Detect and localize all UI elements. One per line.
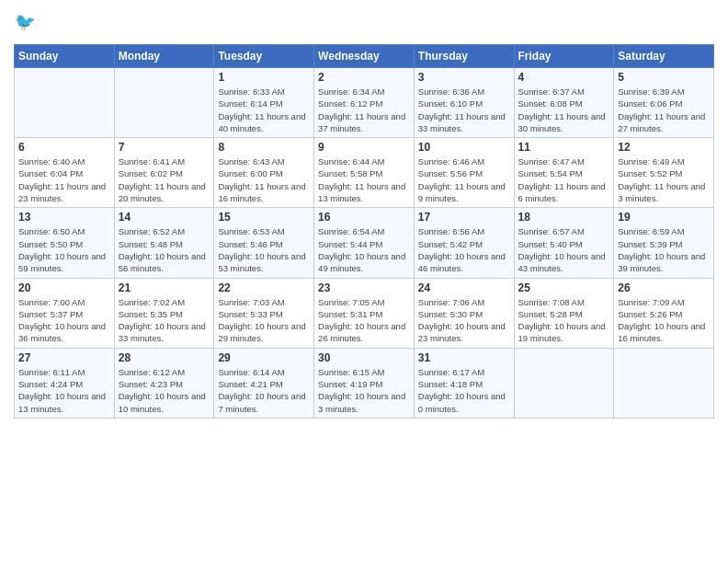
- calendar-cell: 1Sunrise: 6:33 AM Sunset: 6:14 PM Daylig…: [214, 68, 314, 138]
- day-info: Sunrise: 6:44 AM Sunset: 5:58 PM Dayligh…: [318, 155, 410, 204]
- calendar-table: SundayMondayTuesdayWednesdayThursdayFrid…: [14, 44, 714, 419]
- col-header-sunday: Sunday: [15, 45, 115, 68]
- calendar-header-row: SundayMondayTuesdayWednesdayThursdayFrid…: [15, 45, 714, 68]
- day-info: Sunrise: 6:15 AM Sunset: 4:19 PM Dayligh…: [318, 366, 410, 415]
- day-info: Sunrise: 7:02 AM Sunset: 5:35 PM Dayligh…: [119, 296, 210, 345]
- calendar-cell: [614, 348, 714, 418]
- calendar-cell: 16Sunrise: 6:54 AM Sunset: 5:44 PM Dayli…: [314, 208, 415, 278]
- calendar-cell: 24Sunrise: 7:06 AM Sunset: 5:30 PM Dayli…: [414, 278, 514, 348]
- calendar-cell: 29Sunrise: 6:14 AM Sunset: 4:21 PM Dayli…: [214, 348, 314, 418]
- calendar-cell: 28Sunrise: 6:12 AM Sunset: 4:23 PM Dayli…: [114, 348, 214, 418]
- day-number: 28: [119, 351, 210, 364]
- day-number: 15: [218, 211, 310, 224]
- day-number: 20: [18, 282, 110, 294]
- calendar-cell: 11Sunrise: 6:47 AM Sunset: 5:54 PM Dayli…: [514, 138, 614, 208]
- day-info: Sunrise: 6:50 AM Sunset: 5:50 PM Dayligh…: [18, 225, 110, 274]
- calendar-cell: 15Sunrise: 6:53 AM Sunset: 5:46 PM Dayli…: [214, 208, 314, 278]
- day-number: 29: [218, 351, 310, 364]
- day-number: 11: [518, 141, 610, 154]
- calendar-cell: 8Sunrise: 6:43 AM Sunset: 6:00 PM Daylig…: [214, 138, 314, 208]
- day-info: Sunrise: 6:47 AM Sunset: 5:54 PM Dayligh…: [518, 155, 610, 204]
- day-info: Sunrise: 6:37 AM Sunset: 6:08 PM Dayligh…: [518, 86, 610, 134]
- day-number: 7: [119, 141, 210, 154]
- day-info: Sunrise: 6:14 AM Sunset: 4:21 PM Dayligh…: [218, 366, 310, 415]
- day-number: 2: [318, 71, 410, 84]
- day-info: Sunrise: 6:40 AM Sunset: 6:04 PM Dayligh…: [18, 155, 110, 204]
- calendar-cell: 13Sunrise: 6:50 AM Sunset: 5:50 PM Dayli…: [15, 208, 115, 278]
- day-info: Sunrise: 6:53 AM Sunset: 5:46 PM Dayligh…: [218, 225, 310, 274]
- day-info: Sunrise: 7:00 AM Sunset: 5:37 PM Dayligh…: [18, 296, 110, 345]
- day-number: 16: [318, 211, 410, 224]
- day-number: 25: [518, 282, 610, 294]
- day-number: 9: [318, 141, 410, 154]
- calendar-cell: 6Sunrise: 6:40 AM Sunset: 6:04 PM Daylig…: [15, 138, 115, 208]
- day-number: 13: [18, 211, 110, 224]
- calendar-week-row: 13Sunrise: 6:50 AM Sunset: 5:50 PM Dayli…: [15, 208, 714, 278]
- day-info: Sunrise: 7:08 AM Sunset: 5:28 PM Dayligh…: [518, 296, 610, 345]
- day-info: Sunrise: 7:09 AM Sunset: 5:26 PM Dayligh…: [618, 296, 710, 345]
- day-number: 24: [418, 282, 510, 294]
- calendar-cell: 22Sunrise: 7:03 AM Sunset: 5:33 PM Dayli…: [214, 278, 314, 348]
- calendar-cell: 14Sunrise: 6:52 AM Sunset: 5:48 PM Dayli…: [114, 208, 214, 278]
- header: 🐦: [14, 9, 714, 39]
- day-info: Sunrise: 6:33 AM Sunset: 6:14 PM Dayligh…: [218, 86, 310, 134]
- calendar-cell: 10Sunrise: 6:46 AM Sunset: 5:56 PM Dayli…: [414, 138, 514, 208]
- calendar-week-row: 27Sunrise: 6:11 AM Sunset: 4:24 PM Dayli…: [15, 348, 714, 418]
- day-info: Sunrise: 6:52 AM Sunset: 5:48 PM Dayligh…: [119, 225, 210, 274]
- day-number: 19: [618, 211, 710, 224]
- col-header-thursday: Thursday: [414, 45, 514, 68]
- calendar-cell: 26Sunrise: 7:09 AM Sunset: 5:26 PM Dayli…: [614, 278, 714, 348]
- calendar-cell: 27Sunrise: 6:11 AM Sunset: 4:24 PM Dayli…: [15, 348, 115, 418]
- day-info: Sunrise: 6:56 AM Sunset: 5:42 PM Dayligh…: [418, 225, 510, 274]
- day-number: 21: [119, 282, 210, 294]
- day-number: 26: [618, 282, 710, 294]
- day-info: Sunrise: 6:57 AM Sunset: 5:40 PM Dayligh…: [518, 225, 610, 274]
- day-info: Sunrise: 6:36 AM Sunset: 6:10 PM Dayligh…: [418, 86, 510, 134]
- calendar-cell: [15, 68, 115, 138]
- calendar-cell: 2Sunrise: 6:34 AM Sunset: 6:12 PM Daylig…: [314, 68, 415, 138]
- day-number: 23: [318, 282, 410, 294]
- calendar-cell: 3Sunrise: 6:36 AM Sunset: 6:10 PM Daylig…: [414, 68, 514, 138]
- calendar-cell: 21Sunrise: 7:02 AM Sunset: 5:35 PM Dayli…: [114, 278, 214, 348]
- day-info: Sunrise: 6:54 AM Sunset: 5:44 PM Dayligh…: [318, 225, 410, 274]
- day-number: 3: [418, 71, 510, 84]
- day-number: 6: [18, 141, 110, 154]
- calendar-cell: 23Sunrise: 7:05 AM Sunset: 5:31 PM Dayli…: [314, 278, 415, 348]
- day-number: 10: [418, 141, 510, 154]
- day-info: Sunrise: 6:17 AM Sunset: 4:18 PM Dayligh…: [418, 366, 510, 415]
- logo: 🐦: [14, 9, 41, 39]
- day-number: 18: [518, 211, 610, 224]
- day-number: 1: [218, 71, 310, 84]
- calendar-cell: 4Sunrise: 6:37 AM Sunset: 6:08 PM Daylig…: [514, 68, 614, 138]
- day-number: 4: [518, 71, 610, 84]
- day-info: Sunrise: 6:12 AM Sunset: 4:23 PM Dayligh…: [119, 366, 210, 415]
- calendar-cell: 12Sunrise: 6:49 AM Sunset: 5:52 PM Dayli…: [614, 138, 714, 208]
- calendar-cell: 30Sunrise: 6:15 AM Sunset: 4:19 PM Dayli…: [314, 348, 415, 418]
- calendar-cell: 18Sunrise: 6:57 AM Sunset: 5:40 PM Dayli…: [514, 208, 614, 278]
- day-number: 5: [618, 71, 710, 84]
- day-info: Sunrise: 6:49 AM Sunset: 5:52 PM Dayligh…: [618, 155, 710, 204]
- day-info: Sunrise: 6:43 AM Sunset: 6:00 PM Dayligh…: [218, 155, 310, 204]
- svg-text:🐦: 🐦: [15, 12, 36, 32]
- col-header-wednesday: Wednesday: [314, 45, 415, 68]
- day-number: 30: [318, 351, 410, 364]
- day-number: 27: [18, 351, 110, 364]
- day-info: Sunrise: 6:39 AM Sunset: 6:06 PM Dayligh…: [618, 86, 710, 134]
- col-header-saturday: Saturday: [614, 45, 714, 68]
- calendar-week-row: 1Sunrise: 6:33 AM Sunset: 6:14 PM Daylig…: [15, 68, 714, 138]
- col-header-monday: Monday: [114, 45, 214, 68]
- day-info: Sunrise: 6:34 AM Sunset: 6:12 PM Dayligh…: [318, 86, 410, 134]
- day-number: 22: [218, 282, 310, 294]
- day-info: Sunrise: 6:46 AM Sunset: 5:56 PM Dayligh…: [418, 155, 510, 204]
- day-info: Sunrise: 6:41 AM Sunset: 6:02 PM Dayligh…: [119, 155, 210, 204]
- calendar-week-row: 6Sunrise: 6:40 AM Sunset: 6:04 PM Daylig…: [15, 138, 714, 208]
- day-info: Sunrise: 6:59 AM Sunset: 5:39 PM Dayligh…: [618, 225, 710, 274]
- calendar-cell: 20Sunrise: 7:00 AM Sunset: 5:37 PM Dayli…: [15, 278, 115, 348]
- day-info: Sunrise: 7:03 AM Sunset: 5:33 PM Dayligh…: [218, 296, 310, 345]
- calendar-cell: 7Sunrise: 6:41 AM Sunset: 6:02 PM Daylig…: [114, 138, 214, 208]
- day-number: 8: [218, 141, 310, 154]
- day-number: 17: [418, 211, 510, 224]
- day-info: Sunrise: 6:11 AM Sunset: 4:24 PM Dayligh…: [18, 366, 110, 415]
- calendar-cell: 5Sunrise: 6:39 AM Sunset: 6:06 PM Daylig…: [614, 68, 714, 138]
- calendar-cell: 9Sunrise: 6:44 AM Sunset: 5:58 PM Daylig…: [314, 138, 415, 208]
